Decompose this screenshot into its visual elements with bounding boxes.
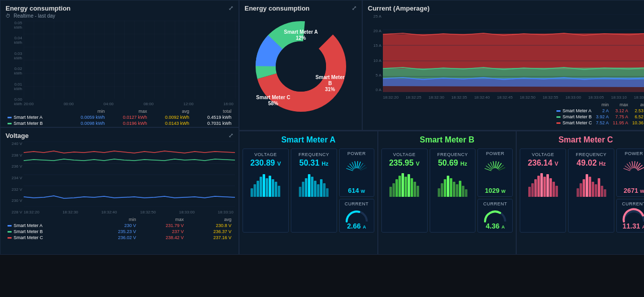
meter-b-voltage-bars <box>385 172 424 197</box>
svg-text:Smart Meter C: Smart Meter C <box>256 95 290 100</box>
meter-c-voltage: VOLTAGE 236.14 V <box>520 148 566 233</box>
meter-a-freq-bars <box>294 172 334 197</box>
svg-text:12%: 12% <box>295 35 305 41</box>
meter-b-power-gauge <box>480 157 510 187</box>
meter-b-power: POWER <box>477 148 513 197</box>
meter-c-freq-value: 49.02 Hz <box>572 159 611 168</box>
meter-c-power-current: POWER <box>616 148 644 233</box>
svg-rect-0 <box>24 21 239 99</box>
meter-a-card: Smart Meter A VOLTAGE 230.89 V <box>239 131 378 255</box>
svg-line-33 <box>352 162 355 169</box>
meter-a-freq-label: FREQUENCY <box>294 152 334 157</box>
meter-c-current: CURRENT 11.31 A <box>616 199 644 233</box>
donut-chart-container: Smart Meter A 12% Smart Meter B 31% Smar… <box>245 13 357 119</box>
meter-a-body: VOLTAGE 230.89 V <box>243 148 374 233</box>
donut-expand-icon[interactable]: ⤢ <box>352 5 357 12</box>
meter-c-body: VOLTAGE 236.14 V <box>520 148 644 233</box>
meter-c-power-value: 2671 W <box>619 187 644 194</box>
amperage-panel: Current (Amperage) 25 A20 A15 A10 A5 A0 … <box>362 0 644 130</box>
svg-line-38 <box>360 165 365 170</box>
legend-row-a: Smart Meter A 0.0059 kWh0.0127 kWh0.0092… <box>6 114 233 120</box>
voltage-line-c <box>24 151 235 153</box>
svg-line-55 <box>634 161 635 168</box>
svg-line-52 <box>627 164 631 169</box>
energy-expand-icon[interactable]: ⤢ <box>228 5 233 12</box>
svg-line-39 <box>360 168 367 171</box>
meter-a-voltage-label: VOLTAGE <box>246 152 285 157</box>
top-right-row: Energy consumption Smart Meter A 12% Sma… <box>239 0 644 131</box>
svg-line-49 <box>499 168 506 171</box>
amp-legend-c: Smart Meter C 7.52 A11.95 A10.36 A <box>554 120 644 126</box>
voltage-legend-a: Smart Meter A 230 V231.79 V230.8 V <box>6 222 233 229</box>
voltage-line-a <box>24 196 235 198</box>
meter-c-frequency: FREQUENCY 49.02 Hz <box>568 148 614 233</box>
amperage-legend: minmaxavg Smart Meter A 2 A3.12 A2.53 A … <box>554 102 644 126</box>
meter-b-card: Smart Meter B VOLTAGE 235.95 V <box>378 131 517 255</box>
energy-consumption-panel: Energy consumption ⏱ Realtime - last day… <box>0 0 239 127</box>
svg-line-34 <box>355 161 356 168</box>
svg-text:31%: 31% <box>325 87 335 92</box>
donut-panel: Energy consumption Smart Meter A 12% Sma… <box>239 0 362 130</box>
donut-chart: Smart Meter A 12% Smart Meter B 31% Smar… <box>246 11 356 122</box>
amperage-x-axis: 18:32:2018:32:2518:32:3018:32:3518:32:40… <box>383 95 644 100</box>
svg-text:58%: 58% <box>268 101 278 106</box>
meter-b-current-arc <box>482 207 508 222</box>
energy-legend: minmaxavgtotal Smart Meter A 0.0059 kWh0… <box>6 108 233 127</box>
meter-b-power-value: 1029 W <box>480 187 510 194</box>
voltage-panel: Voltage 240 V238 V236 V234 V232 V230 V22… <box>0 127 239 255</box>
meter-a-voltage-value: 230.89 V <box>246 159 285 168</box>
voltage-legend: minmaxavg Smart Meter A 230 V231.79 V230… <box>6 216 233 241</box>
svg-text:B: B <box>328 81 332 86</box>
meter-a-power-current: POWER <box>339 148 374 233</box>
voltage-legend-b: Smart Meter B 235.23 V237 V236.37 V <box>6 229 233 235</box>
amperage-chart <box>383 14 644 92</box>
meter-a-freq-value: 50.31 Hz <box>294 159 334 168</box>
voltage-expand-icon[interactable]: ⤢ <box>228 132 233 139</box>
voltage-line-b <box>24 159 235 161</box>
clock-icon: ⏱ <box>6 13 11 19</box>
voltage-title: Voltage <box>6 132 233 139</box>
meter-c-freq-bars <box>572 172 611 197</box>
meter-b-frequency: FREQUENCY 50.69 Hz <box>430 148 476 233</box>
meter-c-power: POWER <box>616 148 644 197</box>
svg-line-35 <box>357 161 357 168</box>
meter-b-power-current: POWER <box>477 148 513 233</box>
meter-b-current-value: 4.36 A <box>480 222 510 230</box>
voltage-y-axis: 240 V238 V236 V234 V232 V230 V228 V <box>6 141 24 214</box>
meter-b-freq-value: 50.69 Hz <box>433 159 472 168</box>
meter-b-body: VOLTAGE 235.95 V <box>381 148 513 233</box>
meter-a-title: Smart Meter A <box>243 135 374 144</box>
svg-line-48 <box>498 165 504 170</box>
meter-a-frequency: FREQUENCY 50.31 Hz <box>291 148 337 233</box>
svg-line-43 <box>491 162 494 169</box>
meters-row: Smart Meter A VOLTAGE 230.89 V <box>239 131 644 255</box>
meter-a-power-label: POWER <box>342 151 372 156</box>
meter-c-current-value: 11.31 A <box>619 222 644 230</box>
svg-marker-21 <box>383 33 644 69</box>
svg-text:Smart Meter A: Smart Meter A <box>284 29 317 35</box>
meter-c-current-arc <box>621 207 644 222</box>
voltage-x-axis: 18:32:2018:32:3018:32:4018:32:5018:33:00… <box>24 210 233 214</box>
meter-a-voltage: VOLTAGE 230.89 V <box>243 148 289 233</box>
meter-b-voltage: VOLTAGE 235.95 V <box>381 148 428 233</box>
meter-a-power: POWER <box>339 148 374 197</box>
energy-title: Energy consumption <box>6 5 233 12</box>
energy-y-axis: 0.05 kWh0.04 kWh0.03 kWh0.02 kWh0.01 kWh… <box>6 21 24 106</box>
right-column: Energy consumption Smart Meter A 12% Sma… <box>239 0 644 255</box>
svg-point-12 <box>276 41 326 92</box>
meter-c-voltage-bars <box>523 172 562 197</box>
meter-b-freq-bars <box>433 172 472 197</box>
energy-x-axis: 20:0000:0004:0008:0012:0016:00 <box>24 102 233 106</box>
voltage-line-chart <box>24 141 235 207</box>
svg-line-42 <box>488 164 493 169</box>
svg-text:Smart Meter: Smart Meter <box>315 75 345 80</box>
legend-row-b: Smart Meter B 0.0098 kWh0.0196 kWh0.0143… <box>6 120 233 126</box>
meter-c-card: Smart Meter C VOLTAGE 236.14 V <box>516 131 644 255</box>
svg-line-45 <box>496 161 496 168</box>
meter-c-title: Smart Meter C <box>520 135 644 144</box>
meter-c-power-gauge <box>619 157 644 187</box>
meter-a-power-gauge <box>342 157 372 187</box>
left-column: Energy consumption ⏱ Realtime - last day… <box>0 0 239 255</box>
amperage-y-axis: 25 A20 A15 A10 A5 A0 A <box>368 14 383 92</box>
voltage-legend-c: Smart Meter C 236.02 V238.42 V237.16 V <box>6 235 233 241</box>
